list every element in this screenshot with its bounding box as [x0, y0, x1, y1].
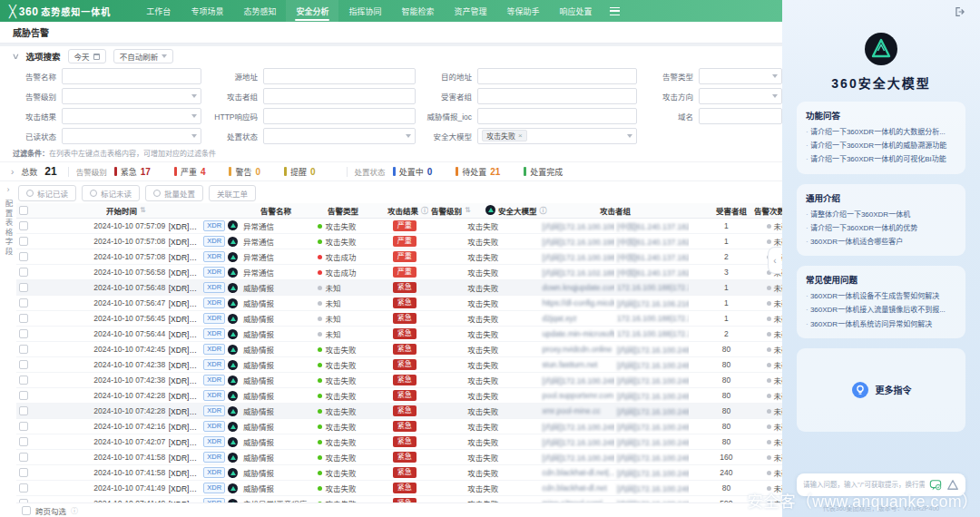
- info-icon[interactable]: ⓘ: [71, 505, 78, 515]
- filter-input[interactable]: [699, 68, 782, 84]
- filter-input[interactable]: [477, 68, 637, 84]
- table-row[interactable]: 2024-10-10 07:41:58 [XDR]威胁情报命中-域名命中黑客木.…: [16, 465, 782, 481]
- cell-alert-name[interactable]: [XDR]威胁情报命中-域名命中后门攻... XDR: [166, 342, 240, 357]
- header-cell[interactable]: 告警名称: [258, 203, 325, 218]
- prompt-item[interactable]: 请介绍一下360XDR一体机的威胁溯源功能: [806, 139, 956, 152]
- table-row[interactable]: 2024-10-10 07:57:09 [XDR]挖矿木马通信：TROJAN C…: [16, 219, 782, 234]
- stat-item[interactable]: 待处置21: [456, 166, 500, 178]
- nav-item[interactable]: 智能检索: [391, 0, 444, 22]
- table-row[interactable]: 2024-10-10 07:41:49 [XDR]威胁情报命中-域名命中黑客木.…: [16, 481, 782, 496]
- filter-input[interactable]: [62, 108, 201, 124]
- nav-item[interactable]: 响应处置: [549, 0, 602, 22]
- cell-alert-name[interactable]: [XDR]威胁情报命中-域名命中黑客木... XDR: [166, 465, 240, 481]
- prompt-item[interactable]: 360XDR一体机系统访问异常如何解决: [806, 317, 956, 331]
- brand-logo[interactable]: ╳360 态势感知一体机: [9, 5, 111, 18]
- cell-alert-name[interactable]: [XDR]360NDR检测到威胁情报事件 XDR: [166, 434, 240, 450]
- header-cell[interactable]: 告警次数 ⇅: [751, 203, 782, 218]
- row-checkbox[interactable]: [19, 268, 28, 277]
- info-icon[interactable]: ⓘ: [421, 205, 428, 215]
- table-row[interactable]: 2024-10-10 07:56:47 [XDR]威胁情报命中-URL命中挖矿木…: [16, 296, 782, 311]
- filter-input[interactable]: [263, 88, 416, 104]
- filter-input[interactable]: [62, 88, 201, 104]
- header-cell[interactable]: [16, 203, 103, 218]
- more-commands-button[interactable]: 更多指令: [797, 348, 965, 432]
- history-icon[interactable]: [929, 479, 942, 491]
- table-row[interactable]: 2024-10-10 07:41:49 [XDR]威胁情报告警：-攻击失败 XD…: [16, 496, 782, 503]
- row-checkbox[interactable]: [19, 329, 28, 338]
- prompt-item[interactable]: 请介绍一下360XDR一体机的优势: [806, 221, 956, 235]
- prompt-item[interactable]: 360XDR一体机接入流量镜像后收不到报...: [806, 303, 956, 317]
- cell-alert-name[interactable]: [XDR]挖矿木马通信：TROJAN Coin... XDR: [166, 234, 240, 249]
- table-row[interactable]: 2024-10-10 07:42:38 [XDR]360NDR检测到威胁情报事件…: [16, 373, 782, 388]
- nav-item[interactable]: 等保助手: [496, 0, 549, 22]
- cell-alert-name[interactable]: [XDR]挖矿木马通信：TROJAN Coin... XDR: [166, 219, 240, 234]
- row-checkbox[interactable]: [19, 391, 28, 400]
- info-icon[interactable]: ⓘ: [540, 205, 547, 215]
- header-cell[interactable]: 安全大模型 ⓘ: [483, 203, 597, 218]
- nav-item[interactable]: 工作台: [136, 0, 181, 22]
- header-cell[interactable]: 告警级别 ⇅: [428, 203, 483, 218]
- header-cell[interactable]: 攻击者组: [597, 203, 713, 218]
- config-table-fields-label[interactable]: 配置表格字段: [3, 200, 14, 257]
- nav-item[interactable]: 专项场景: [181, 0, 233, 22]
- stat-item[interactable]: 警告0: [229, 166, 260, 178]
- table-row[interactable]: 2024-10-10 07:41:58 [XDR]360NDR检测到威胁情报事件…: [16, 450, 782, 465]
- table-row[interactable]: 2024-10-10 07:42:28 [XDR]360NDR检测到威胁情报事件…: [16, 388, 782, 404]
- row-checkbox[interactable]: [19, 252, 28, 261]
- cell-alert-name[interactable]: [XDR]360NDR检测到威胁情报事件 XDR: [166, 388, 240, 404]
- prompt-item[interactable]: 请介绍一下360XDR一体机的大数据分析...: [806, 125, 956, 139]
- cell-alert-name[interactable]: [XDR]挖矿木马通信：挖矿登录通信 |... XDR: [166, 265, 240, 280]
- prompt-item[interactable]: 360XDR一体机适合哪些客户: [806, 235, 956, 249]
- row-checkbox[interactable]: [19, 437, 28, 446]
- row-checkbox[interactable]: [19, 422, 28, 431]
- filter-input[interactable]: [263, 68, 416, 84]
- cell-alert-name[interactable]: [XDR]威胁情报命中-域名命中挖矿情报 XDR: [166, 311, 240, 327]
- prompt-item[interactable]: 请介绍一下360XDR一体机的可视化BI功能: [806, 152, 956, 166]
- table-row[interactable]: 2024-10-10 07:57:08 [XDR]挖矿木马通信：TROJAN C…: [16, 234, 782, 249]
- filter-input[interactable]: [477, 108, 637, 124]
- header-cell[interactable]: 开始时间 ⇅: [103, 203, 258, 218]
- row-checkbox[interactable]: [19, 360, 28, 369]
- nav-item[interactable]: 态势感知: [233, 0, 286, 22]
- filter-input[interactable]: [699, 108, 782, 124]
- close-icon[interactable]: ×: [518, 132, 523, 140]
- stat-item[interactable]: 提醒0: [284, 166, 316, 178]
- cell-alert-name[interactable]: [XDR]360NDR检测到威胁情报事件 XDR: [166, 450, 240, 465]
- toolbar-button[interactable]: 关联工单: [209, 185, 256, 201]
- cell-alert-name[interactable]: [XDR]挖矿木马通信：执行挖矿动作... XDR: [166, 249, 240, 265]
- prompt-item[interactable]: 360XDR一体机设备不生成告警如何解决: [806, 289, 956, 303]
- row-checkbox[interactable]: [19, 483, 28, 493]
- cell-alert-name[interactable]: [XDR]威胁情报命中-域名命中黑客木... XDR: [166, 481, 240, 496]
- table-row[interactable]: 2024-10-10 07:42:28 [XDR]威胁情报命中-域名命中挖矿情报…: [16, 404, 782, 419]
- stat-item[interactable]: 处置中0: [393, 166, 433, 178]
- prompt-item[interactable]: 请整体介绍一下360XDR一体机: [806, 208, 956, 221]
- cross-page-checkbox[interactable]: [22, 506, 31, 515]
- send-icon[interactable]: [946, 479, 959, 491]
- filter-input[interactable]: [263, 128, 416, 144]
- toolbar-button[interactable]: 标记未读: [82, 185, 140, 201]
- stat-item[interactable]: 严重4: [174, 166, 206, 178]
- table-row[interactable]: 2024-10-10 07:56:44 [XDR]威胁情报命中-域名命中窃密木.…: [16, 327, 782, 342]
- stat-item[interactable]: 紧急17: [114, 166, 151, 178]
- expand-icon[interactable]: ›: [11, 167, 14, 177]
- chat-input[interactable]: [803, 481, 925, 489]
- header-cell[interactable]: 攻击结果 ⓘ: [385, 203, 428, 218]
- filter-input[interactable]: 攻击失败×: [477, 128, 637, 144]
- filter-input[interactable]: [62, 68, 201, 84]
- cell-alert-name[interactable]: [XDR]360NDR检测到威胁情报事件 XDR: [166, 419, 240, 434]
- auto-refresh-chip[interactable]: 不自动刷新: [113, 49, 174, 63]
- date-range-chip[interactable]: 今天: [68, 49, 106, 63]
- table-row[interactable]: 2024-10-10 07:42:38 [XDR]威胁情报命中-域名命中挖矿情报…: [16, 357, 782, 373]
- stat-item[interactable]: 处置完成: [524, 166, 566, 178]
- cell-alert-name[interactable]: [XDR]威胁情报命中-域名命中窃密木... XDR: [166, 327, 240, 342]
- cell-alert-name[interactable]: [XDR]威胁情报命中-URL命中挖矿木... XDR: [166, 296, 240, 311]
- row-checkbox[interactable]: [19, 221, 28, 230]
- toolbar-button[interactable]: 标记已读: [18, 185, 76, 201]
- chevron-down-icon[interactable]: ∨: [12, 52, 20, 61]
- table-row[interactable]: 2024-10-10 07:56:45 [XDR]威胁情报命中-域名命中挖矿情报…: [16, 311, 782, 327]
- row-checkbox[interactable]: [19, 406, 28, 415]
- cell-alert-name[interactable]: [XDR]威胁情报告警：-攻击失败 XDR: [166, 496, 240, 503]
- nav-item[interactable]: 资产管理: [444, 0, 496, 22]
- row-checkbox[interactable]: [19, 345, 28, 354]
- nav-item[interactable]: 指挥协同: [338, 0, 391, 22]
